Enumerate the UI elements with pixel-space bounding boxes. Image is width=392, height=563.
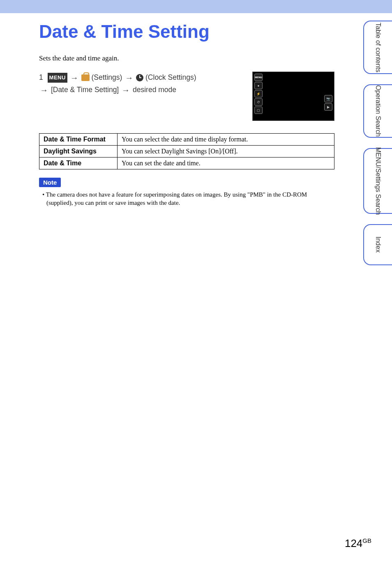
arrow-icon: → <box>125 73 133 82</box>
row-desc: You can select Daylight Savings [On]/[Of… <box>118 146 334 158</box>
tab-label: Table of contents <box>374 23 382 72</box>
table-row: Date & Time Format You can select the da… <box>39 134 334 146</box>
navigation-row: 1 MENU → (Settings) → (Clock Settings) →… <box>39 72 334 121</box>
page-suffix: GB <box>362 537 371 544</box>
settings-icon <box>81 74 90 81</box>
camera-menu-icon: MENU <box>254 74 263 81</box>
row-label: Date & Time Format <box>39 134 118 146</box>
camera-mode-icon: ▢ <box>254 107 263 114</box>
settings-label: (Settings) <box>92 73 122 81</box>
camera-movie-icon: ● <box>254 82 263 89</box>
tab-label: MENU/Settings Search <box>374 147 382 215</box>
arrow-icon: → <box>40 86 48 95</box>
tab-table-of-contents[interactable]: Table of contents <box>363 21 392 74</box>
camera-flash-icon: ⚡ <box>254 90 263 97</box>
step-number: 1 <box>39 73 43 81</box>
row-desc: You can select the date and time display… <box>118 134 334 146</box>
clock-icon <box>136 74 143 81</box>
tab-label: Index <box>374 236 382 253</box>
tab-operation-search[interactable]: Operation Search <box>363 84 392 138</box>
top-bar <box>0 0 392 13</box>
table-row: Daylight Savings You can select Daylight… <box>39 146 334 158</box>
tab-label: Operation Search <box>374 85 382 137</box>
note-badge: Note <box>39 178 61 187</box>
menu-icon: MENU <box>48 73 67 83</box>
row-label: Date & Time <box>39 158 118 169</box>
intro-text: Sets the date and time again. <box>39 54 334 63</box>
camera-left-column: MENU ● ⚡ ⏱ ▢ <box>253 72 264 120</box>
page-content: Date & Time Setting Sets the date and ti… <box>0 13 392 207</box>
settings-table: Date & Time Format You can select the da… <box>39 133 334 169</box>
navigation-steps: 1 MENU → (Settings) → (Clock Settings) →… <box>39 72 240 121</box>
camera-timer-icon: ⏱ <box>254 98 263 106</box>
clock-label: (Clock Settings) <box>145 73 196 81</box>
page-num: 124 <box>345 537 362 549</box>
page-title: Date & Time Setting <box>39 21 334 42</box>
page-number: 124GB <box>345 537 371 550</box>
side-tabs: Table of contents Operation Search MENU/… <box>363 21 392 265</box>
tab-index[interactable]: Index <box>363 224 392 265</box>
arrow-icon: → <box>70 73 78 82</box>
note-text: The camera does not have a feature for s… <box>39 190 334 207</box>
table-row: Date & Time You can set the date and tim… <box>39 158 334 169</box>
path-label: [Date & Time Setting] <box>51 86 119 94</box>
row-desc: You can set the date and time. <box>118 158 334 169</box>
row-label: Daylight Savings <box>39 146 118 158</box>
camera-right-column: 📷 ▶ <box>324 95 332 111</box>
tab-menu-settings-search[interactable]: MENU/Settings Search <box>363 148 392 214</box>
camera-capture-icon: 📷 <box>324 95 332 102</box>
desired-mode-label: desired mode <box>133 86 176 94</box>
camera-playback-icon: ▶ <box>324 103 332 111</box>
camera-screen-preview: MENU ● ⚡ ⏱ ▢ 📷 ▶ <box>252 72 334 121</box>
arrow-icon: → <box>122 86 130 95</box>
